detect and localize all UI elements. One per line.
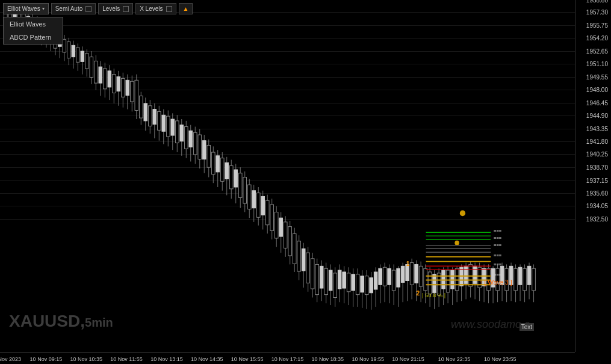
- svg-rect-93: [211, 152, 215, 174]
- semi-auto-label: Semi Auto: [55, 5, 83, 12]
- svg-rect-205: [464, 266, 468, 283]
- svg-rect-151: [343, 272, 346, 288]
- time-label: 10 Nov 10:35: [70, 356, 102, 362]
- svg-rect-155: [352, 274, 355, 291]
- svg-rect-183: [415, 264, 418, 283]
- svg-rect-231: [523, 268, 527, 291]
- time-label: 10 Nov 18:35: [312, 356, 344, 362]
- svg-rect-101: [229, 165, 233, 189]
- svg-rect-65: [148, 106, 152, 126]
- svg-rect-147: [333, 273, 337, 298]
- svg-rect-85: [193, 132, 197, 155]
- svg-rect-197: [446, 270, 450, 292]
- svg-rect-177: [401, 266, 405, 282]
- svg-rect-97: [220, 158, 224, 182]
- price-label: 1937.15: [586, 177, 608, 184]
- svg-text:≡≡≡: ≡≡≡: [494, 272, 502, 277]
- elliot-waves-label: Elliot Waves: [7, 5, 40, 12]
- chart-area: .candle-bear { stroke: #888; stroke-widt…: [0, 0, 575, 352]
- levels-checkbox[interactable]: [123, 6, 129, 12]
- time-axis: 10 Nov 2023 10 Nov 09:15 10 Nov 10:35 10…: [0, 352, 575, 364]
- svg-rect-95: [216, 156, 220, 172]
- svg-rect-159: [361, 276, 364, 292]
- price-axis: 1958.80 1957.30 1955.75 1954.20 1952.65 …: [575, 0, 611, 352]
- svg-rect-143: [324, 268, 328, 294]
- semi-auto-checkbox[interactable]: [85, 6, 91, 12]
- svg-text:≡≡≡: ≡≡≡: [494, 228, 502, 233]
- svg-rect-43: [99, 67, 102, 83]
- svg-rect-53: [121, 78, 125, 97]
- svg-rect-31: [72, 45, 75, 57]
- price-label: 1932.50: [586, 215, 608, 222]
- svg-rect-35: [81, 51, 84, 61]
- svg-rect-235: [532, 268, 536, 291]
- svg-rect-51: [117, 76, 120, 91]
- svg-rect-45: [104, 69, 107, 89]
- svg-rect-167: [379, 268, 382, 285]
- svg-rect-59: [135, 80, 138, 110]
- price-label: 1946.45: [586, 99, 608, 106]
- time-label: 10 Nov 17:15: [271, 356, 304, 362]
- levels-button[interactable]: Levels: [98, 3, 133, 14]
- svg-rect-171: [388, 268, 391, 285]
- dropdown-item-elliot[interactable]: Elliot Waves: [4, 17, 63, 31]
- svg-rect-229: [518, 267, 522, 285]
- dropdown-menu: Elliot Waves ABCD Pattern: [3, 17, 63, 45]
- svg-rect-233: [527, 266, 531, 285]
- svg-text:≡≡≡: ≡≡≡: [494, 253, 502, 258]
- svg-text:≡≡≡: ≡≡≡: [494, 235, 502, 241]
- svg-rect-119: [270, 205, 274, 230]
- dropdown-item-abcd[interactable]: ABCD Pattern: [4, 31, 63, 44]
- svg-rect-57: [130, 81, 134, 102]
- time-label: 10 Nov 13:15: [150, 356, 183, 362]
- up-arrow-button[interactable]: ▲: [179, 3, 193, 14]
- svg-rect-109: [247, 185, 251, 209]
- price-label: 1958.80: [586, 0, 608, 4]
- x-levels-checkbox[interactable]: [166, 6, 172, 12]
- elliot-waves-button[interactable]: Elliot Waves ▾: [3, 3, 49, 14]
- time-label: 10 Nov 21:15: [392, 356, 424, 362]
- time-label: 10 Nov 09:15: [30, 356, 63, 362]
- time-label: 10 Nov 2023: [0, 356, 21, 362]
- svg-rect-33: [76, 48, 80, 62]
- svg-rect-165: [374, 272, 377, 289]
- text-label[interactable]: Text: [520, 323, 534, 331]
- price-label: 1935.60: [586, 190, 608, 196]
- svg-point-239: [454, 241, 459, 245]
- time-label: 10 Nov 19:55: [352, 356, 384, 362]
- watermark: www.soodamo.c: [451, 318, 530, 331]
- price-label: 1943.35: [586, 125, 608, 132]
- svg-rect-75: [171, 119, 175, 135]
- svg-rect-47: [108, 71, 111, 87]
- svg-rect-133: [302, 248, 305, 271]
- svg-rect-129: [293, 233, 296, 264]
- semi-auto-button[interactable]: Semi Auto: [51, 3, 96, 14]
- svg-rect-125: [284, 222, 287, 248]
- svg-rect-145: [329, 270, 332, 291]
- svg-rect-137: [311, 259, 314, 289]
- x-levels-label: X Levels: [140, 5, 163, 12]
- svg-rect-113: [256, 193, 260, 218]
- svg-rect-107: [243, 177, 247, 203]
- time-label: 10 Nov 22:35: [438, 356, 471, 362]
- price-label: 1957.30: [586, 9, 608, 16]
- price-label: 1941.80: [586, 138, 608, 145]
- svg-rect-39: [90, 57, 93, 78]
- price-label: 1952.65: [586, 48, 608, 54]
- time-label: 10 Nov 14:35: [191, 356, 223, 362]
- svg-rect-121: [274, 212, 278, 238]
- svg-rect-173: [392, 270, 395, 291]
- svg-rect-191: [433, 274, 436, 293]
- chart-container: XAUUSD,M5 .candle-bear { stroke: #888; s…: [0, 0, 611, 364]
- x-levels-button[interactable]: X Levels: [135, 3, 176, 14]
- svg-rect-141: [320, 266, 323, 288]
- svg-rect-157: [356, 274, 359, 295]
- svg-rect-61: [139, 96, 143, 118]
- svg-rect-103: [234, 170, 238, 187]
- svg-rect-37: [85, 54, 89, 69]
- svg-rect-131: [297, 241, 301, 271]
- price-label: 1955.75: [586, 22, 608, 29]
- svg-rect-135: [306, 253, 310, 283]
- svg-rect-69: [157, 111, 161, 130]
- svg-point-254: [460, 211, 465, 217]
